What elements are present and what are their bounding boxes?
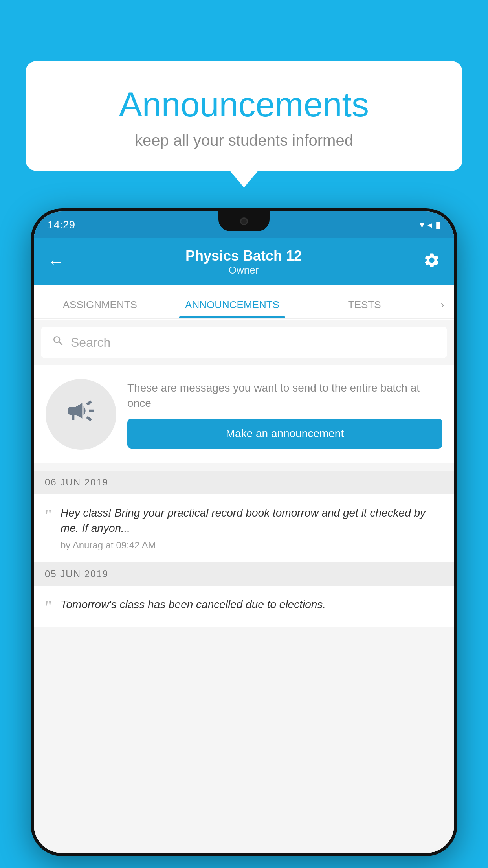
bubble-subtitle: keep all your students informed	[57, 132, 431, 149]
tab-announcements[interactable]: ANNOUNCEMENTS	[166, 299, 299, 318]
back-button[interactable]: ←	[48, 252, 64, 271]
app-bar-title: Physics Batch 12	[185, 248, 302, 264]
search-placeholder: Search	[71, 335, 110, 350]
tabs: ASSIGNMENTS ANNOUNCEMENTS TESTS ›	[34, 285, 454, 319]
empty-state-right: These are messages you want to send to t…	[127, 380, 442, 449]
announcement-content-1: Hey class! Bring your practical record b…	[61, 505, 443, 551]
content-area: Search These are messages you want to se…	[34, 320, 454, 853]
megaphone-icon	[65, 395, 97, 434]
phone-container: 14:29 ▾ ◂ ▮ ← Physics Batch 12 Owner	[31, 208, 457, 856]
app-bar-subtitle: Owner	[185, 264, 302, 276]
search-bar[interactable]: Search	[41, 327, 447, 358]
notch	[218, 211, 270, 231]
make-announcement-button[interactable]: Make an announcement	[127, 419, 442, 449]
phone-inner: 14:29 ▾ ◂ ▮ ← Physics Batch 12 Owner	[34, 211, 454, 853]
megaphone-circle	[46, 379, 116, 450]
app-bar-title-area: Physics Batch 12 Owner	[185, 248, 302, 276]
announcement-item-1[interactable]: " Hey class! Bring your practical record…	[34, 494, 454, 562]
date-separator-2: 05 JUN 2019	[34, 562, 454, 586]
quote-icon-1: "	[45, 507, 52, 524]
quote-icon-2: "	[45, 599, 52, 616]
date-1: 06 JUN 2019	[45, 477, 108, 488]
camera	[240, 217, 248, 225]
announcement-author-1: by Anurag at 09:42 AM	[61, 540, 443, 551]
tab-more[interactable]: ›	[431, 299, 454, 318]
settings-button[interactable]	[423, 252, 440, 272]
announcement-content-2: Tomorrow's class has been cancelled due …	[61, 597, 443, 616]
date-separator-1: 06 JUN 2019	[34, 471, 454, 494]
bubble-title: Announcements	[57, 85, 431, 125]
tab-assignments[interactable]: ASSIGNMENTS	[34, 299, 166, 318]
status-icons: ▾ ◂ ▮	[420, 219, 440, 230]
phone: 14:29 ▾ ◂ ▮ ← Physics Batch 12 Owner	[31, 208, 457, 856]
announcement-item-2[interactable]: " Tomorrow's class has been cancelled du…	[34, 586, 454, 627]
speech-bubble: Announcements keep all your students inf…	[26, 61, 462, 171]
date-2: 05 JUN 2019	[45, 568, 108, 579]
speech-bubble-container: Announcements keep all your students inf…	[26, 61, 462, 171]
wifi-icon: ▾	[420, 219, 424, 230]
app-bar: ← Physics Batch 12 Owner	[34, 238, 454, 285]
battery-icon: ▮	[435, 219, 440, 230]
tab-tests[interactable]: TESTS	[298, 299, 431, 318]
search-icon	[52, 334, 64, 351]
empty-state: These are messages you want to send to t…	[34, 365, 454, 463]
signal-icon: ◂	[427, 219, 432, 230]
announcement-text-1: Hey class! Bring your practical record b…	[61, 505, 443, 536]
announcement-text-2: Tomorrow's class has been cancelled due …	[61, 597, 443, 612]
status-time: 14:29	[48, 219, 75, 231]
empty-state-description: These are messages you want to send to t…	[127, 380, 442, 411]
